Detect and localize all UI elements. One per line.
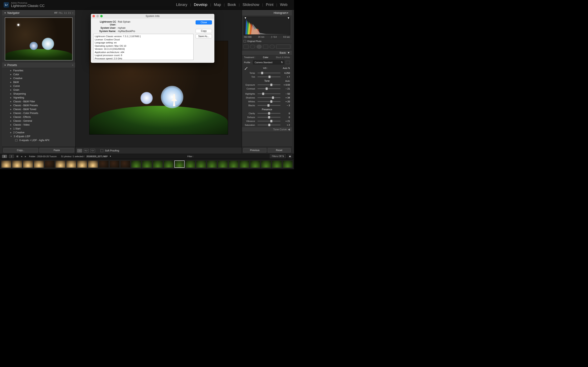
filmstrip-thumb[interactable]	[99, 160, 109, 168]
filmstrip-thumb[interactable]	[185, 160, 195, 168]
nav-fill[interactable]: FILL	[59, 12, 63, 14]
filmstrip-thumb[interactable]	[196, 160, 206, 168]
filename-menu-icon[interactable]: ▾	[110, 155, 111, 158]
saturation-slider[interactable]: Saturation+ 2	[242, 123, 292, 127]
filmstrip-thumb[interactable]	[142, 160, 152, 168]
filmstrip-thumb[interactable]	[120, 160, 130, 168]
preset-folder[interactable]: ▶Vignetting	[2, 96, 75, 100]
copy-settings-button[interactable]: Copy...	[3, 148, 38, 152]
redeye-tool-icon[interactable]	[257, 45, 261, 49]
filmstrip-thumb[interactable]	[261, 160, 271, 168]
wb-value[interactable]: Auto ⇅	[283, 67, 290, 69]
spot-tool-icon[interactable]	[250, 45, 255, 49]
navigator-preview[interactable]	[5, 17, 72, 60]
filter-lock-icon[interactable]: ▣	[288, 154, 292, 158]
preset-folder[interactable]: ▶Classic - Video	[2, 123, 75, 127]
filmstrip-thumb[interactable]	[88, 160, 98, 168]
highlights-slider[interactable]: Highlights− 50	[242, 92, 292, 96]
original-photo-toggle[interactable]: Original Photo	[242, 39, 292, 43]
dialog-titlebar[interactable]: System Info	[91, 14, 214, 18]
filmstrip-thumb[interactable]	[34, 160, 44, 168]
histogram-header[interactable]: Histogram ▼	[242, 10, 292, 16]
preset-folder[interactable]: ▶Creative	[2, 76, 75, 80]
preset-folder[interactable]: ▶B&W	[2, 80, 75, 84]
preset-folder[interactable]: ▶Color	[2, 72, 75, 76]
previous-button[interactable]: Previous	[243, 148, 267, 152]
exposure-slider[interactable]: Exposure+ 0.93	[242, 83, 292, 87]
preset-folder[interactable]: ▶2 Creative	[2, 131, 75, 134]
filmstrip-thumb[interactable]	[250, 160, 260, 168]
treatment-bw[interactable]: Black & White	[276, 56, 290, 58]
filmstrip-thumb-selected[interactable]	[174, 160, 185, 168]
filmstrip-thumb[interactable]	[131, 160, 141, 168]
preset-folder[interactable]: ▶Classic - B&W Presets	[2, 103, 75, 107]
clarity-slider[interactable]: Clarity0	[242, 111, 292, 115]
filmstrip-thumb[interactable]	[1, 160, 11, 168]
system-info-text[interactable]: Lightroom Classic version: 7.3.1 [ 11676…	[93, 34, 194, 60]
filmstrip-thumb[interactable]	[55, 160, 66, 168]
filmstrip-thumb[interactable]	[272, 160, 282, 168]
folder-path[interactable]: Folder : 2018-03-20 Tuscon	[29, 155, 57, 158]
paste-settings-button[interactable]: Paste	[39, 148, 74, 152]
filmstrip-thumb[interactable]	[153, 160, 163, 168]
preset-folder[interactable]: ▶Classic - B&W Toned	[2, 107, 75, 111]
radial-filter-icon[interactable]	[270, 45, 275, 49]
grad-filter-icon[interactable]	[263, 45, 268, 49]
next-photo-icon[interactable]: ►	[24, 155, 27, 158]
preset-folder[interactable]: ▶Favorites	[2, 68, 75, 72]
filmstrip[interactable]	[0, 159, 294, 169]
save-as-button[interactable]: Save As...	[196, 34, 212, 38]
module-map[interactable]: Map	[211, 3, 224, 7]
monitor-2-button[interactable]: 2	[9, 155, 14, 158]
filmstrip-thumb[interactable]	[109, 160, 120, 168]
preset-folder[interactable]: ▶Classic - B&W Filter	[2, 100, 75, 103]
nav-1to1[interactable]: 1:1	[64, 12, 67, 14]
filmstrip-thumb[interactable]	[228, 160, 239, 168]
eyedropper-icon[interactable]	[244, 66, 248, 70]
navigator-header[interactable]: ▼ Navigator FIT FILL 1:1 2:1 ÷	[2, 10, 75, 16]
preset-folder[interactable]: ▶Grain	[2, 88, 75, 92]
filmstrip-thumb[interactable]	[77, 160, 87, 168]
preset-folder[interactable]: ▶Classic - Color Presets	[2, 111, 75, 115]
vibrance-slider[interactable]: Vibrance+ 21	[242, 119, 292, 123]
contrast-slider[interactable]: Contrast− 21	[242, 87, 292, 91]
tone-curve-header[interactable]: Tone Curve ◀	[242, 127, 292, 132]
module-develop[interactable]: Develop	[191, 3, 210, 7]
before-after-ra-icon[interactable]: R|A	[84, 149, 89, 152]
nav-zoom-menu[interactable]: ÷	[72, 12, 73, 14]
close-button[interactable]: Close	[196, 20, 212, 25]
reset-button[interactable]: Reset	[268, 148, 291, 152]
nav-2to1[interactable]: 2:1	[68, 12, 71, 14]
right-edge-collapse[interactable]	[292, 10, 294, 154]
presets-header[interactable]: ▼ Presets +	[2, 62, 75, 68]
blacks-slider[interactable]: Blacks− 3	[242, 103, 292, 107]
filmstrip-thumb[interactable]	[283, 160, 293, 168]
preset-folder[interactable]: ▶Classic - Effects	[2, 115, 75, 119]
preset-folder[interactable]: ▶Classic - General	[2, 119, 75, 123]
preset-folder[interactable]: ▶1 Start	[2, 127, 75, 131]
filmstrip-thumb[interactable]	[66, 160, 76, 168]
monitor-1-button[interactable]: 1	[2, 155, 7, 158]
filmstrip-thumb[interactable]	[12, 160, 22, 168]
auto-tone-button[interactable]: Auto	[285, 80, 290, 82]
current-filename[interactable]: 20180320_0271.NEF	[86, 155, 108, 158]
histogram-graph[interactable]	[243, 17, 290, 35]
filmstrip-thumb[interactable]	[239, 160, 250, 168]
filmstrip-thumb[interactable]	[44, 160, 55, 168]
add-preset-icon[interactable]: +	[72, 64, 73, 66]
preset-folder[interactable]: ▶Sharpening	[2, 92, 75, 96]
filmstrip-thumb[interactable]	[164, 160, 174, 168]
prev-photo-icon[interactable]: ◄	[20, 155, 23, 158]
loupe-view-icon[interactable]: ▭	[77, 149, 82, 152]
dehaze-slider[interactable]: Dehaze0	[242, 115, 292, 119]
module-book[interactable]: Book	[225, 3, 239, 7]
module-library[interactable]: Library	[173, 3, 190, 7]
filter-select[interactable]: Filters Off ⇅	[270, 154, 286, 158]
tint-slider[interactable]: Tint+ 7	[242, 75, 292, 79]
copy-button[interactable]: Copy	[196, 29, 212, 33]
grid-view-icon[interactable]: ▦	[16, 155, 19, 158]
preset-folder[interactable]: ▶Curve	[2, 84, 75, 88]
filmstrip-thumb[interactable]	[207, 160, 217, 168]
temp-slider[interactable]: Temp4,250	[242, 71, 292, 75]
before-after-yy-icon[interactable]: Y|Y	[90, 149, 95, 152]
